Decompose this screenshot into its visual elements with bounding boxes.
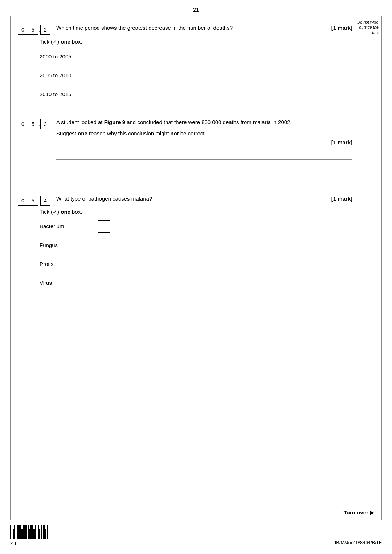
option-2010-2015-row: 2010 to 2015	[40, 88, 352, 100]
num-box-53-0: 0	[18, 119, 28, 129]
bar26	[47, 525, 48, 539]
tick-instruction-54: Tick (✓) one box.	[40, 209, 352, 215]
option-fungus-label: Fungus	[40, 242, 98, 248]
bar15	[30, 525, 32, 539]
question-54-section: 0 5 . 4 What type of pathogen causes mal…	[11, 182, 381, 303]
bar12	[26, 525, 27, 539]
option-virus-row: Virus	[40, 277, 352, 289]
bar16	[32, 525, 33, 539]
barcode: 2 1	[10, 525, 48, 546]
bar6	[17, 525, 19, 539]
num-box-0: 0	[18, 25, 28, 35]
num-box-54-0: 0	[18, 196, 28, 206]
bar1	[10, 525, 11, 539]
question-53-mark: [1 mark]	[56, 139, 352, 145]
bar7	[19, 525, 20, 539]
num-box-54-4: 4	[40, 196, 50, 206]
option-protist-row: Protist	[40, 258, 352, 270]
question-53-text: A student looked at Figure 9 and conclud…	[56, 118, 352, 127]
option-2005-2010-label: 2005 to 2010	[40, 72, 98, 78]
bar19	[37, 525, 37, 539]
options-list-54: Bacterium Fungus Protist Virus	[40, 220, 352, 289]
question-53-section: 0 5 . 3 A student looked at Figure 9 and…	[11, 110, 381, 182]
bar14	[29, 529, 30, 539]
bar18	[35, 525, 36, 539]
question-52-text: Which time period shows the greatest dec…	[56, 24, 328, 32]
bar13	[28, 525, 29, 539]
question-53-body-outer: A student looked at Figure 9 and conclud…	[56, 118, 352, 175]
option-fungus-box[interactable]	[98, 239, 110, 251]
num-dot-54: .	[38, 198, 40, 204]
bar20	[38, 525, 39, 539]
question-52-section: 0 5 . 2 Which time period shows the grea…	[11, 16, 381, 110]
barcode-number: 2 1	[10, 541, 17, 546]
num-box-5: 5	[28, 25, 38, 35]
bar5	[16, 529, 16, 539]
option-virus-label: Virus	[40, 280, 98, 286]
footer-area: Turn over ▶	[11, 506, 381, 520]
outer-border: Do not write outside the box 0 5 . 2 Whi…	[10, 16, 382, 520]
question-54-mark: [1 mark]	[328, 196, 352, 202]
bar9	[21, 529, 23, 539]
option-bacterium-box[interactable]	[98, 220, 110, 233]
page-footer: 2 1 IB/M/Jun19/8464/B/1F	[0, 523, 392, 548]
option-bacterium-label: Bacterium	[40, 223, 98, 229]
option-2010-2015-label: 2010 to 2015	[40, 91, 98, 97]
question-53-suggest: Suggest one reason why this conclusion m…	[56, 130, 352, 136]
options-list-52: 2000 to 2005 2005 to 2010 2010 to 2015	[40, 50, 352, 100]
page-number: 21	[0, 0, 392, 16]
bar3	[13, 529, 14, 539]
bar25	[45, 529, 46, 539]
option-2005-2010-row: 2005 to 2010	[40, 69, 352, 81]
num-dot: .	[38, 27, 40, 33]
turn-over: Turn over ▶	[11, 506, 381, 520]
bar24	[44, 525, 45, 539]
num-box-54-5: 5	[28, 196, 38, 206]
num-dot-53: .	[38, 121, 40, 127]
num-box-53-5: 5	[28, 119, 38, 129]
option-2000-2005-row: 2000 to 2005	[40, 50, 352, 62]
bar2	[12, 525, 12, 539]
option-2000-2005-box[interactable]	[98, 50, 110, 62]
option-bacterium-row: Bacterium	[40, 220, 352, 233]
bar21	[39, 529, 40, 539]
bar11	[24, 525, 26, 539]
bar22	[41, 525, 42, 539]
answer-line-53-2	[56, 170, 352, 170]
bar17	[33, 529, 35, 539]
tick-instruction-52: Tick (✓) one box.	[40, 38, 352, 45]
option-virus-box[interactable]	[98, 277, 110, 289]
bar8	[20, 525, 21, 539]
num-box-2: 2	[40, 25, 50, 35]
bar23	[43, 525, 44, 539]
do-not-write-notice: Do not write outside the box	[353, 20, 379, 35]
answer-line-53-1	[56, 159, 352, 160]
question-54-number: 0 5 . 4	[18, 196, 50, 206]
barcode-bars	[10, 525, 48, 539]
option-2010-2015-box[interactable]	[98, 88, 110, 100]
question-53-number: 0 5 . 3	[18, 119, 50, 129]
option-protist-label: Protist	[40, 261, 98, 267]
question-54-text: What type of pathogen causes malaria?	[56, 195, 328, 203]
option-2000-2005-label: 2000 to 2005	[40, 53, 98, 59]
footer-code: IB/M/Jun19/8464/B/1F	[335, 540, 382, 546]
option-2005-2010-box[interactable]	[98, 69, 110, 81]
option-fungus-row: Fungus	[40, 239, 352, 251]
option-protist-box[interactable]	[98, 258, 110, 270]
question-52-number: 0 5 . 2	[18, 25, 50, 35]
question-52-mark: [1 mark]	[328, 25, 352, 31]
bar10	[23, 525, 24, 539]
bar4	[14, 525, 15, 539]
num-box-53-3: 3	[40, 119, 50, 129]
